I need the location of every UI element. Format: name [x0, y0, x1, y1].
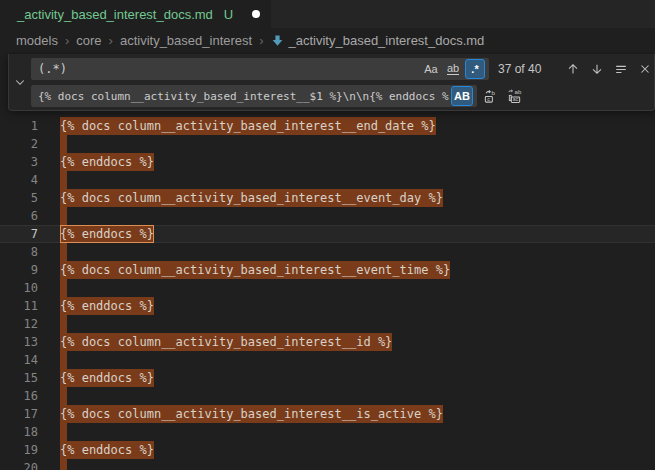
breadcrumb-file-label: _activity_based_interest_docs.md [289, 33, 485, 48]
find-match-empty [60, 171, 67, 189]
code-line[interactable]: 12 [0, 315, 655, 333]
editor-pane[interactable]: (.*) Aa ab .* 37 of 40 [0, 52, 655, 470]
code-line[interactable]: 15{% enddocs %} [0, 369, 655, 387]
line-content [38, 423, 655, 441]
git-status-badge: U [224, 7, 233, 22]
line-number: 6 [0, 207, 38, 225]
find-match: {% docs column__activity_based_interest_… [60, 261, 450, 279]
find-match: {% enddocs %} [60, 369, 154, 387]
code-line[interactable]: 16 [0, 387, 655, 405]
breadcrumb-item-file[interactable]: _activity_based_interest_docs.md [271, 33, 485, 48]
unsaved-changes-dot[interactable] [252, 10, 260, 18]
replace-all-button[interactable]: ab ac [503, 85, 525, 107]
line-number: 18 [0, 423, 38, 441]
find-match-current: {% enddocs %} [60, 225, 154, 243]
find-match: {% enddocs %} [60, 153, 154, 171]
line-number: 12 [0, 315, 38, 333]
arrow-down-icon [590, 62, 604, 76]
replace-input[interactable]: {% docs column__activity_based_interest_… [31, 85, 477, 107]
find-match-empty [60, 315, 67, 333]
line-number: 8 [0, 243, 38, 261]
line-number: 17 [0, 405, 38, 423]
line-content [38, 279, 655, 297]
line-number: 5 [0, 189, 38, 207]
code-line[interactable]: 8 [0, 243, 655, 261]
line-number: 1 [0, 117, 38, 135]
line-content [38, 243, 655, 261]
line-number: 10 [0, 279, 38, 297]
line-content: {% enddocs %} [38, 369, 655, 387]
find-match-empty [60, 459, 67, 470]
code-line[interactable]: 1{% docs column__activity_based_interest… [0, 117, 655, 135]
code-line[interactable]: 17{% docs column__activity_based_interes… [0, 405, 655, 423]
code-line[interactable]: 5{% docs column__activity_based_interest… [0, 189, 655, 207]
svg-text:ac: ac [512, 96, 518, 102]
find-match: {% docs column__activity_based_interest_… [60, 405, 443, 423]
code-line[interactable]: 9{% docs column__activity_based_interest… [0, 261, 655, 279]
regex-toggle[interactable]: .* [465, 59, 485, 79]
line-number: 9 [0, 261, 38, 279]
line-number: 15 [0, 369, 38, 387]
code-line[interactable]: 6 [0, 207, 655, 225]
find-in-selection-button[interactable] [610, 58, 632, 80]
find-match-empty [60, 243, 67, 261]
code-line[interactable]: 3{% enddocs %} [0, 153, 655, 171]
line-number: 19 [0, 441, 38, 459]
tab-active-file[interactable]: _activity_based_interest_docs.md U [0, 0, 272, 28]
code-line[interactable]: 20 [0, 459, 655, 470]
find-match: {% docs column__activity_based_interest_… [60, 117, 436, 135]
breadcrumb-separator: › [65, 33, 69, 48]
breadcrumb: models›core›activity_based_interest›_act… [0, 28, 655, 52]
svg-text:ab: ab [514, 89, 521, 95]
code-line[interactable]: 14 [0, 351, 655, 369]
line-content [38, 351, 655, 369]
find-row: (.*) Aa ab .* 37 of 40 [31, 58, 650, 80]
breadcrumb-item-models[interactable]: models [16, 33, 58, 48]
code-line[interactable]: 2 [0, 135, 655, 153]
code-line[interactable]: 13{% docs column__activity_based_interes… [0, 333, 655, 351]
line-content [38, 315, 655, 333]
toggle-replace-chevron[interactable] [9, 58, 31, 106]
replace-icon: b c [483, 89, 498, 104]
line-content: {% enddocs %} [38, 441, 655, 459]
selection-lines-icon [614, 62, 628, 76]
arrow-up-icon [566, 62, 580, 76]
code-line[interactable]: 4 [0, 171, 655, 189]
replace-query: {% docs column__activity_based_interest_… [38, 90, 449, 103]
match-count: 37 of 40 [498, 62, 560, 76]
line-content: {% docs column__activity_based_interest_… [38, 405, 655, 423]
find-match: {% enddocs %} [60, 297, 154, 315]
find-match-empty [60, 207, 67, 225]
markdown-down-arrow-icon [271, 34, 284, 47]
code-line[interactable]: 11{% enddocs %} [0, 297, 655, 315]
line-number: 4 [0, 171, 38, 189]
find-match: {% docs column__activity_based_interest_… [60, 333, 392, 351]
line-content: {% docs column__activity_based_interest_… [38, 261, 655, 279]
code-line[interactable]: 10 [0, 279, 655, 297]
line-content: {% enddocs %} [38, 153, 655, 171]
line-number: 11 [0, 297, 38, 315]
breadcrumb-item-core[interactable]: core [76, 33, 101, 48]
line-content: {% docs column__activity_based_interest_… [38, 333, 655, 351]
line-content: {% docs column__activity_based_interest_… [38, 117, 655, 135]
find-match-empty [60, 387, 67, 405]
chevron-down-icon [14, 76, 26, 88]
previous-match-button[interactable] [562, 58, 584, 80]
vscode-window: _activity_based_interest_docs.md U model… [0, 0, 655, 470]
close-find-button[interactable] [634, 58, 655, 80]
line-content [38, 459, 655, 470]
breadcrumb-item-activity_based_interest[interactable]: activity_based_interest [120, 33, 252, 48]
whole-word-toggle[interactable]: ab [443, 59, 463, 79]
code-lines: 1{% docs column__activity_based_interest… [0, 117, 655, 470]
find-input[interactable]: (.*) Aa ab .* [31, 58, 489, 80]
match-case-toggle[interactable]: Aa [421, 59, 441, 79]
line-number: 20 [0, 459, 38, 470]
replace-all-icon: ab ac [507, 89, 522, 104]
code-line[interactable]: 18 [0, 423, 655, 441]
code-line[interactable]: 19{% enddocs %} [0, 441, 655, 459]
replace-button[interactable]: b c [479, 85, 501, 107]
next-match-button[interactable] [586, 58, 608, 80]
preserve-case-toggle[interactable]: AB [451, 86, 473, 106]
find-match: {% docs column__activity_based_interest_… [60, 189, 443, 207]
code-line[interactable]: 7{% enddocs %} [0, 225, 655, 243]
